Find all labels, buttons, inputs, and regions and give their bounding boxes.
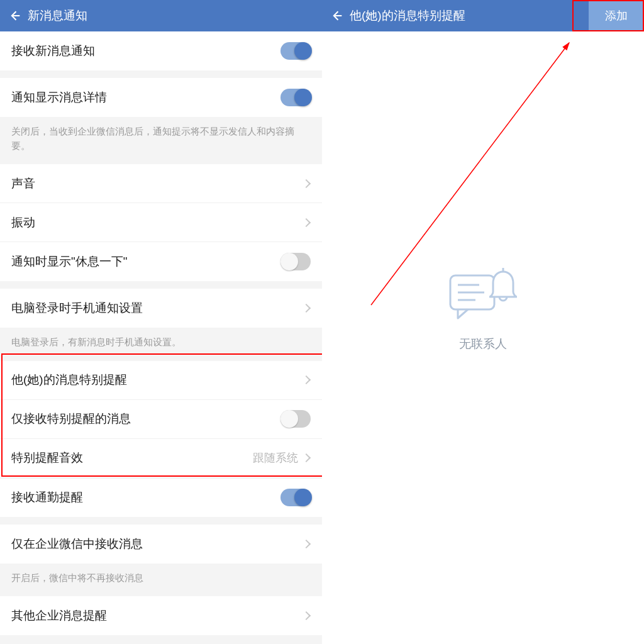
row-value: 跟随系统 bbox=[253, 450, 298, 465]
row-label: 特别提醒音效 bbox=[11, 450, 253, 466]
row-only-in-app[interactable]: 仅在企业微信中接收消息 bbox=[0, 525, 322, 564]
footer-only-in-app: 开启后，微信中将不再接收消息 bbox=[0, 564, 322, 597]
toggle-commute[interactable] bbox=[280, 489, 311, 506]
toggle-only-special[interactable] bbox=[280, 410, 311, 428]
row-only-special[interactable]: 仅接收特别提醒的消息 bbox=[0, 400, 322, 439]
row-receive-new[interactable]: 接收新消息通知 bbox=[0, 31, 322, 70]
toggle-receive-new[interactable] bbox=[280, 42, 311, 60]
chevron-right-icon bbox=[302, 304, 311, 313]
row-other-corp[interactable]: 其他企业消息提醒 bbox=[0, 596, 322, 635]
row-vibrate[interactable]: 振动 bbox=[0, 203, 322, 242]
footer-pc-login: 电脑登录后，有新消息时手机通知设置。 bbox=[0, 328, 322, 361]
row-rest[interactable]: 通知时显示"休息一下" bbox=[0, 242, 322, 281]
add-button-label: 添加 bbox=[605, 8, 628, 23]
empty-text: 无联系人 bbox=[459, 336, 507, 352]
toggle-show-detail[interactable] bbox=[280, 89, 311, 106]
gap bbox=[0, 517, 322, 525]
row-label: 接收通勤提醒 bbox=[11, 489, 280, 506]
row-special-sound[interactable]: 特别提醒音效 跟随系统 bbox=[0, 439, 322, 478]
row-show-detail[interactable]: 通知显示消息详情 bbox=[0, 78, 322, 117]
right-pane: 他(她)的消息特别提醒 添加 无联系人 bbox=[322, 0, 644, 644]
row-label: 声音 bbox=[11, 175, 303, 192]
group-sound: 声音 振动 通知时显示"休息一下" bbox=[0, 164, 322, 281]
back-icon[interactable] bbox=[330, 9, 343, 23]
left-pane: 新消息通知 接收新消息通知 通知显示消息详情 关闭后，当收到企业微信消息后，通知… bbox=[0, 0, 322, 644]
row-special-remind[interactable]: 他(她)的消息特别提醒 bbox=[0, 361, 322, 400]
gap bbox=[0, 70, 322, 78]
empty-state: 无联系人 bbox=[322, 264, 644, 352]
row-commute[interactable]: 接收通勤提醒 bbox=[0, 478, 322, 517]
row-label: 接收新消息通知 bbox=[11, 43, 280, 59]
gap bbox=[0, 281, 322, 289]
row-label: 振动 bbox=[11, 214, 303, 231]
group-other: 其他企业消息提醒 bbox=[0, 596, 322, 635]
group-onlyapp: 仅在企业微信中接收消息 bbox=[0, 525, 322, 564]
chevron-right-icon bbox=[302, 179, 311, 187]
toggle-rest[interactable] bbox=[280, 253, 311, 270]
group-detail: 通知显示消息详情 bbox=[0, 78, 322, 117]
empty-illustration-icon bbox=[445, 264, 521, 323]
group-receive: 接收新消息通知 bbox=[0, 31, 322, 70]
row-label: 通知时显示"休息一下" bbox=[11, 253, 280, 270]
left-title: 新消息通知 bbox=[28, 8, 314, 24]
row-label: 电脑登录时手机通知设置 bbox=[11, 300, 303, 316]
chevron-right-icon bbox=[302, 453, 311, 462]
row-label: 仅接收特别提醒的消息 bbox=[11, 411, 280, 427]
left-header: 新消息通知 bbox=[0, 0, 322, 31]
row-label: 通知显示消息详情 bbox=[11, 89, 280, 106]
row-label: 仅在企业微信中接收消息 bbox=[11, 536, 303, 552]
row-sound[interactable]: 声音 bbox=[0, 164, 322, 203]
row-label: 他(她)的消息特别提醒 bbox=[11, 372, 303, 388]
group-pc: 电脑登录时手机通知设置 bbox=[0, 289, 322, 328]
chevron-right-icon bbox=[302, 375, 311, 384]
group-special: 他(她)的消息特别提醒 仅接收特别提醒的消息 特别提醒音效 跟随系统 接收通勤提… bbox=[0, 361, 322, 517]
chevron-right-icon bbox=[302, 218, 311, 226]
chevron-right-icon bbox=[302, 611, 311, 620]
row-pc-login[interactable]: 电脑登录时手机通知设置 bbox=[0, 289, 322, 328]
back-icon[interactable] bbox=[8, 9, 21, 23]
footer-show-detail: 关闭后，当收到企业微信消息后，通知提示将不显示发信人和内容摘要。 bbox=[0, 117, 322, 164]
chevron-right-icon bbox=[302, 539, 311, 548]
right-header: 他(她)的消息特别提醒 添加 bbox=[322, 0, 644, 31]
add-button[interactable]: 添加 bbox=[589, 0, 644, 31]
row-label: 其他企业消息提醒 bbox=[11, 608, 303, 624]
